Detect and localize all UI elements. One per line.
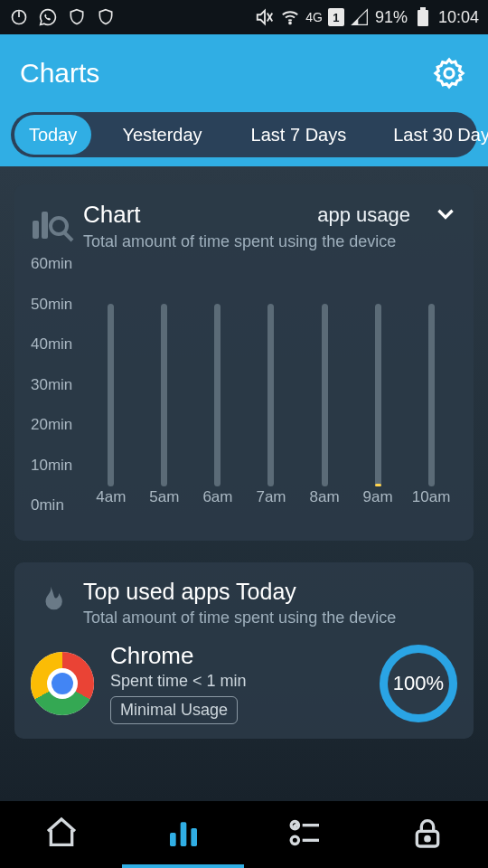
signal-icon [350, 7, 370, 27]
bar-col: 9am [352, 264, 404, 506]
svg-rect-5 [418, 10, 428, 26]
x-tick: 8am [309, 488, 339, 506]
tab-yesterday[interactable]: Yesterday [108, 115, 216, 155]
status-bar: 4G 1 91% 10:04 [0, 0, 488, 34]
bar-col: 7am [245, 264, 297, 506]
bar-col: 5am [138, 264, 191, 506]
top-apps-title: Top used apps Today [83, 579, 457, 605]
top-apps-subtitle: Total amount of time spent using the dev… [83, 609, 457, 627]
y-tick: 10min [31, 457, 72, 475]
home-icon [43, 815, 80, 851]
chart-card-header: Chart app usage Total amount of time spe… [31, 201, 457, 251]
status-left [9, 7, 116, 27]
app-percent: 100% [393, 672, 444, 695]
app-percent-ring: 100% [380, 645, 457, 722]
sim-icon: 1 [328, 8, 344, 26]
mute-icon [255, 7, 275, 27]
x-tick: 6am [202, 488, 232, 506]
y-tick: 50min [31, 296, 72, 314]
x-tick: 7am [256, 488, 286, 506]
svg-point-10 [51, 218, 67, 234]
shield-icon [67, 7, 87, 27]
chart-card: Chart app usage Total amount of time spe… [14, 184, 474, 541]
nav-charts[interactable] [122, 801, 244, 868]
page-title: Charts [20, 58, 99, 89]
period-tabs: Today Yesterday Last 7 Days Last 30 Days [0, 112, 488, 166]
svg-point-17 [291, 836, 298, 844]
shield-icon [96, 7, 116, 27]
status-right: 4G 1 91% 10:04 [255, 7, 479, 27]
whatsapp-icon [38, 7, 58, 27]
nav-tasks[interactable] [244, 801, 366, 868]
chrome-icon [31, 652, 94, 715]
svg-line-11 [64, 232, 72, 241]
nav-home[interactable] [0, 801, 122, 868]
svg-rect-12 [170, 833, 176, 846]
x-tick: 5am [149, 488, 179, 506]
y-tick: 0min [31, 496, 64, 514]
svg-rect-14 [191, 828, 197, 846]
y-tick: 40min [31, 335, 72, 354]
y-tick: 20min [31, 416, 72, 434]
svg-point-20 [425, 837, 428, 841]
app-header: Charts [0, 34, 488, 112]
tab-last-30-days[interactable]: Last 30 Days [379, 115, 488, 155]
svg-rect-6 [420, 7, 426, 10]
bar-chart-icon [165, 815, 202, 851]
bar-col: 8am [298, 264, 351, 506]
app-name: Chrome [110, 642, 380, 670]
bar-col: 6am [192, 264, 244, 506]
power-icon [9, 7, 29, 27]
gear-icon [432, 56, 466, 90]
bar-col: 4am [85, 264, 137, 506]
settings-button[interactable] [430, 54, 468, 92]
svg-rect-9 [42, 212, 48, 239]
bar-col: 10am [405, 264, 457, 506]
svg-rect-13 [180, 822, 186, 846]
battery-icon [413, 7, 433, 27]
wifi-icon [280, 7, 300, 27]
chart-metric-dropdown[interactable]: app usage [317, 203, 410, 227]
checklist-icon [287, 815, 324, 851]
chart-search-icon [31, 208, 83, 244]
chart-card-subtitle: Total amount of time spent using the dev… [83, 232, 457, 251]
app-spent-time: Spent time < 1 min [110, 672, 380, 691]
x-tick: 4am [96, 488, 126, 506]
x-tick: 10am [412, 488, 451, 506]
chart-card-title: Chart [83, 201, 317, 229]
lock-icon [409, 815, 446, 851]
tabs-pill: Today Yesterday Last 7 Days Last 30 Days [11, 112, 477, 157]
flame-icon [31, 583, 83, 623]
nav-lock[interactable] [366, 801, 488, 868]
battery-pct: 91% [375, 8, 408, 27]
chart-y-axis: 60min 50min 40min 30min 20min 10min 0min [31, 264, 85, 526]
chevron-down-icon[interactable] [434, 202, 457, 229]
network-type: 4G [305, 10, 323, 24]
app-usage-badge: Minimal Usage [110, 696, 238, 724]
chart-plot: 60min 50min 40min 30min 20min 10min 0min… [31, 264, 457, 526]
app-row[interactable]: Chrome Spent time < 1 min Minimal Usage … [31, 642, 457, 724]
tab-today[interactable]: Today [14, 115, 91, 155]
svg-point-4 [289, 23, 291, 24]
tab-last-7-days[interactable]: Last 7 Days [237, 115, 361, 155]
bottom-nav [0, 801, 488, 868]
clock: 10:04 [438, 8, 479, 27]
content-area: Chart app usage Total amount of time spe… [0, 166, 488, 801]
svg-point-7 [445, 69, 454, 78]
top-apps-card: Top used apps Today Total amount of time… [14, 562, 474, 739]
y-tick: 60min [31, 255, 72, 273]
y-tick: 30min [31, 376, 72, 394]
x-tick: 9am [363, 488, 393, 506]
svg-rect-8 [33, 221, 39, 239]
